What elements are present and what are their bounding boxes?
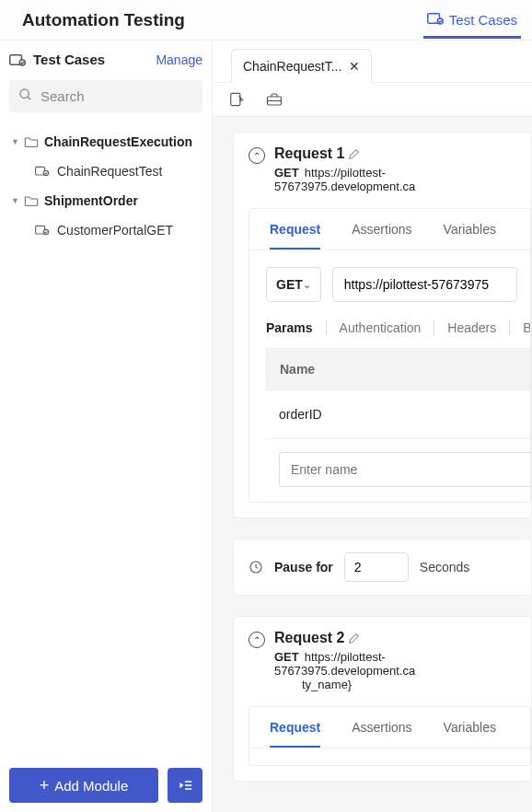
testcases-icon — [427, 11, 444, 29]
pause-unit: Seconds — [420, 560, 469, 574]
briefcase-icon[interactable] — [266, 92, 283, 107]
request-summary: GEThttps://pilottest-57673975.developmen… — [274, 166, 516, 193]
paramtab-authentication[interactable]: Authentication — [327, 320, 435, 335]
clock-icon — [249, 560, 263, 574]
header-tab-testcases[interactable]: Test Cases — [423, 2, 521, 39]
request-detail-panel: Request Assertions Variables — [249, 706, 531, 766]
request-card-2: ⌃ Request 2 GEThttps://pilottest-5767397… — [233, 616, 532, 782]
pencil-icon[interactable] — [348, 632, 360, 644]
collapse-toggle[interactable]: ⌃ — [249, 147, 265, 164]
editor-toolbar — [213, 83, 532, 117]
pause-value-input[interactable] — [344, 552, 409, 582]
sidebar-title: Test Cases — [33, 52, 105, 67]
pencil-icon[interactable] — [348, 148, 360, 160]
main-area: ChainRequestT... ✕ ⌃ — [213, 41, 532, 812]
folder-label: ShipmentOrder — [44, 193, 138, 208]
plus-icon: + — [40, 777, 50, 794]
collapse-toggle[interactable]: ⌃ — [249, 632, 265, 648]
svg-point-4 — [20, 89, 29, 98]
param-name-input[interactable] — [279, 452, 531, 487]
app-title: Automation Testing — [22, 10, 185, 30]
folder-label: ChainRequestExecution — [44, 134, 192, 149]
request-detail-panel: Request Assertions Variables GET ⌄ — [249, 208, 531, 503]
subtab-request[interactable]: Request — [270, 720, 320, 748]
paramtab-body[interactable]: Bo — [510, 320, 531, 335]
request-method: GET — [274, 650, 299, 664]
subtab-assertions[interactable]: Assertions — [352, 720, 411, 748]
tree-item-label: CustomerPortalGET — [57, 223, 173, 238]
chevron-up-icon: ⌃ — [253, 151, 260, 161]
paramtab-headers[interactable]: Headers — [434, 320, 510, 335]
url-input[interactable] — [332, 267, 517, 302]
method-select[interactable]: GET ⌄ — [266, 267, 321, 302]
request-title: Request 1 — [274, 145, 344, 162]
folder-icon — [24, 135, 39, 148]
sidebar-tree: ▼ ChainRequestExecution ChainRequestTest… — [0, 122, 212, 759]
method-select-value: GET — [276, 277, 303, 292]
manage-link[interactable]: Manage — [156, 52, 202, 67]
sidebar: Test Cases Manage ▼ ChainRequestExecutio… — [0, 41, 213, 812]
pause-label: Pause for — [274, 560, 333, 574]
header-tab-label: Test Cases — [449, 12, 517, 28]
tree-item-chainrequesttest[interactable]: ChainRequestTest — [0, 157, 212, 186]
svg-rect-13 — [231, 93, 240, 105]
request-summary: GEThttps://pilottest-57673975.developmen… — [274, 650, 516, 678]
add-module-button[interactable]: + Add Module — [9, 768, 158, 803]
params-table: Name orderID — [266, 348, 530, 487]
testcase-icon — [35, 165, 50, 178]
pause-step: Pause for Seconds — [233, 539, 532, 596]
folder-shipmentorder[interactable]: ▼ ShipmentOrder — [0, 186, 212, 215]
chevron-up-icon: ⌃ — [253, 635, 260, 645]
paramtab-params[interactable]: Params — [266, 320, 327, 335]
subtab-variables[interactable]: Variables — [444, 720, 496, 748]
search-input[interactable] — [40, 88, 193, 104]
collapse-sidebar-button[interactable] — [168, 768, 202, 803]
tabbar: ChainRequestT... ✕ — [213, 41, 532, 83]
folder-icon — [24, 194, 39, 207]
edit-note-icon[interactable] — [229, 92, 246, 107]
close-icon[interactable]: ✕ — [349, 59, 360, 74]
search-icon — [18, 87, 33, 105]
caret-down-icon: ▼ — [11, 196, 18, 205]
request-method: GET — [274, 166, 299, 180]
request-url-line2: ty_name} — [274, 678, 516, 691]
caret-down-icon: ▼ — [11, 137, 18, 146]
search-box[interactable] — [9, 80, 202, 112]
request-title: Request 2 — [274, 630, 344, 646]
params-col-name: Name — [266, 348, 530, 390]
collapse-icon — [178, 779, 192, 792]
subtab-variables[interactable]: Variables — [444, 222, 496, 249]
folder-chainrequestexecution[interactable]: ▼ ChainRequestExecution — [0, 127, 212, 157]
request-card-1: ⌃ Request 1 GEThttps://pilottest-5767397… — [233, 132, 532, 518]
app-header: Automation Testing Test Cases — [0, 0, 532, 41]
param-row[interactable]: orderID — [266, 390, 530, 439]
tab-label: ChainRequestT... — [243, 59, 341, 74]
subtab-request[interactable]: Request — [270, 222, 320, 249]
tab-chainrequesttest[interactable]: ChainRequestT... ✕ — [231, 49, 372, 83]
content-scroll[interactable]: ⌃ Request 1 GEThttps://pilottest-5767397… — [213, 117, 532, 812]
svg-line-5 — [28, 97, 30, 99]
subtab-assertions[interactable]: Assertions — [352, 222, 411, 249]
testcase-icon — [35, 224, 50, 237]
testcases-list-icon — [9, 52, 26, 67]
tree-item-customerportalget[interactable]: CustomerPortalGET — [0, 215, 212, 245]
add-module-label: Add Module — [54, 778, 128, 794]
chevron-down-icon: ⌄ — [303, 279, 311, 291]
tree-item-label: ChainRequestTest — [57, 164, 162, 179]
